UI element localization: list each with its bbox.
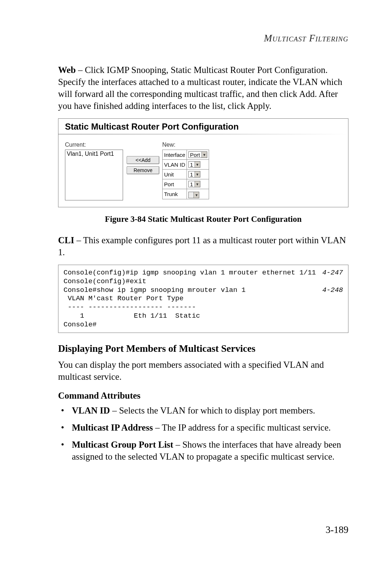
interface-select-value: Port (190, 152, 200, 158)
list-item: Multicast IP Address – The IP address fo… (72, 422, 348, 433)
cli-ref-2: 4-248 (322, 286, 343, 295)
port-label: Port (163, 179, 187, 189)
figure-caption: Figure 3-84 Static Multicast Router Port… (58, 215, 348, 224)
chevron-down-icon: ▼ (195, 162, 200, 167)
unit-select-value: 1 (190, 171, 193, 178)
paragraph-cli: CLI – This example configures port 11 as… (58, 234, 348, 258)
unit-label: Unit (163, 170, 187, 179)
cli-line-6: 1 Eth 1/11 Static (64, 312, 200, 320)
cli-line-4: VLAN M'cast Router Port Type (64, 294, 184, 302)
chevron-down-icon: ▼ (201, 152, 207, 158)
attr-desc: – The IP address for a specific multicas… (153, 423, 331, 432)
cli-line-5: ---- ------------------ ------- (64, 303, 196, 311)
new-column: New: Interface Port ▼ VLAN ID (162, 142, 209, 199)
cli-line-7: Console# (64, 321, 97, 329)
web-text: – Click IGMP Snooping, Static Multicast … (58, 65, 342, 111)
attributes-list: VLAN ID – Selects the VLAN for which to … (58, 404, 348, 463)
new-form-table: Interface Port ▼ VLAN ID 1 (162, 150, 209, 199)
subsection-heading: Command Attributes (58, 391, 348, 401)
cli-output-box: 4-247Console(config)#ip igmp snooping vl… (58, 265, 348, 333)
chevron-down-icon: ▼ (193, 192, 199, 198)
panel-title: Static Multicast Router Port Configurati… (58, 119, 348, 133)
trunk-label: Trunk (163, 189, 187, 199)
vlan-id-select[interactable]: 1 ▼ (188, 161, 200, 168)
button-column: <<Add Remove (127, 156, 159, 176)
cli-text: – This example configures port 11 as a m… (58, 235, 346, 257)
port-select-value: 1 (190, 181, 193, 187)
running-header: Multicast Filtering (58, 33, 348, 44)
list-item: Multicast Group Port List – Shows the in… (72, 439, 348, 463)
cli-lead: CLI (58, 235, 74, 245)
config-panel: Static Multicast Router Port Configurati… (58, 118, 348, 207)
cli-line-3: Console#show ip igmp snooping mrouter vl… (64, 286, 246, 294)
panel-separator (58, 134, 348, 134)
port-select[interactable]: 1 ▼ (188, 181, 200, 187)
current-label: Current: (65, 142, 123, 148)
current-listbox[interactable]: Vlan1, Unit1 Port1 (65, 150, 123, 200)
remove-button[interactable]: Remove (127, 166, 159, 174)
section-text: You can display the port members associa… (58, 359, 348, 383)
attr-desc: – Selects the VLAN for which to display … (110, 406, 315, 415)
page-number: 3-189 (326, 524, 348, 536)
cli-line-1: Console(config)#ip igmp snooping vlan 1 … (64, 269, 316, 277)
chevron-down-icon: ▼ (195, 181, 200, 187)
attr-term: Multicast IP Address (72, 423, 153, 432)
new-label: New: (162, 142, 209, 148)
vlan-id-label: VLAN ID (163, 160, 187, 170)
chevron-down-icon: ▼ (195, 171, 200, 177)
cli-ref-1: 4-247 (322, 269, 343, 277)
section-heading: Displaying Port Members of Multicast Ser… (58, 343, 348, 354)
paragraph-web: Web – Click IGMP Snooping, Static Multic… (58, 64, 348, 112)
attr-term: VLAN ID (72, 406, 110, 415)
interface-select[interactable]: Port ▼ (188, 151, 207, 158)
current-list-item[interactable]: Vlan1, Unit1 Port1 (67, 151, 121, 157)
current-column: Current: Vlan1, Unit1 Port1 (65, 142, 123, 200)
attr-term: Multicast Group Port List (72, 440, 173, 449)
trunk-select: ▼ (188, 192, 199, 198)
vlan-id-select-value: 1 (190, 162, 193, 168)
web-lead: Web (58, 65, 76, 75)
unit-select[interactable]: 1 ▼ (188, 171, 200, 178)
add-button[interactable]: <<Add (127, 156, 159, 164)
list-item: VLAN ID – Selects the VLAN for which to … (72, 404, 348, 416)
cli-line-2: Console(config)#exit (64, 277, 146, 285)
interface-label: Interface (163, 150, 187, 160)
